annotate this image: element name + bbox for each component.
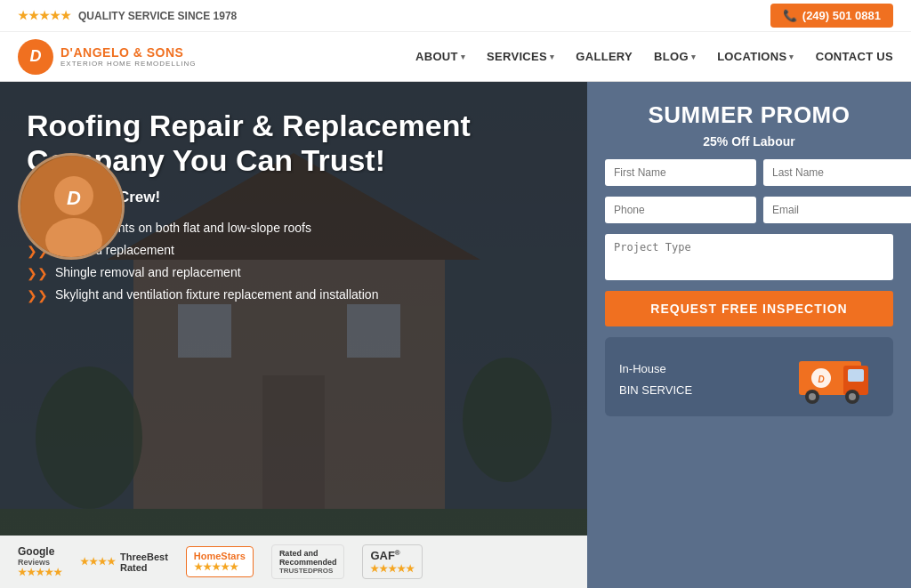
svg-rect-16	[848, 369, 864, 382]
svg-text:D: D	[818, 375, 824, 384]
homestars-label: HomeStars	[194, 551, 246, 561]
phone-number: (249) 501 0881	[802, 9, 881, 22]
nav-blog-label: BLOG	[654, 50, 689, 63]
phone-input[interactable]	[605, 197, 756, 223]
list-item-text: Shingle removal and replacement	[55, 265, 241, 279]
nav-contact[interactable]: CONTACT US	[816, 50, 893, 63]
nav-about-label: ABOUT	[415, 50, 458, 63]
nav-services[interactable]: SERVICES ▾	[487, 50, 554, 63]
hero-section: D Roofing Repair & Replacement Company Y…	[0, 82, 587, 588]
sidebar: SUMMER PROMO 25% Off Labour REQUEST FREE…	[587, 82, 911, 588]
chevron-down-icon: ▾	[550, 52, 554, 61]
nav-gallery-label: GALLERY	[576, 50, 633, 63]
bin-truck-illustration: D	[790, 348, 879, 406]
arrow-icon: ❯❯	[27, 288, 48, 302]
svg-point-20	[849, 393, 856, 400]
badge-threebest: ★★★★ ThreeBest Rated	[80, 552, 168, 573]
project-type-input[interactable]	[605, 234, 893, 280]
trustedpros-label: Rated and	[279, 549, 337, 558]
main-content: D Roofing Repair & Replacement Company Y…	[0, 82, 911, 588]
threebest-stars: ★★★★	[80, 556, 116, 568]
nav-contact-label: CONTACT US	[816, 50, 893, 63]
nav-locations[interactable]: LOCATIONS ▾	[717, 50, 794, 63]
top-bar-left: ★★★★★ QUALITY SERVICE SINCE 1978	[18, 9, 237, 22]
gaf-stars: ★★★★★	[370, 563, 415, 575]
contact-row	[605, 197, 893, 223]
submit-button[interactable]: REQUEST FREE INSPECTION	[605, 291, 893, 326]
bin-service-text: In-House BIN SERVICE	[619, 356, 692, 399]
phone-icon: 📞	[783, 9, 797, 22]
nav-services-label: SERVICES	[487, 50, 547, 63]
badge-homestars: HomeStars ★★★★★	[186, 546, 254, 577]
first-name-input[interactable]	[605, 159, 756, 186]
svg-text:D: D	[67, 187, 81, 209]
nav-gallery[interactable]: GALLERY	[576, 50, 633, 63]
chevron-down-icon: ▾	[691, 52, 696, 61]
quality-text: QUALITY SERVICE SINCE 1978	[78, 10, 237, 22]
email-input[interactable]	[763, 197, 911, 223]
svg-point-18	[809, 393, 816, 400]
nav-links: ABOUT ▾ SERVICES ▾ GALLERY BLOG ▾ LOCATI…	[415, 50, 893, 63]
google-label: Google	[18, 545, 62, 558]
chevron-down-icon: ▾	[461, 52, 465, 61]
arrow-icon: ❯❯	[27, 266, 48, 280]
bin-service-card: In-House BIN SERVICE D	[605, 337, 893, 416]
badges-row: Google Reviews ★★★★★ ★★★★ ThreeBest Rate…	[0, 536, 587, 588]
gaf-label: GAF®	[370, 549, 415, 562]
list-item: ❯❯ Shingle removal and replacement	[27, 265, 560, 280]
logo-text: D'ANGELO & SONS EXTERIOR HOME REMODELLIN…	[60, 45, 197, 68]
nav-locations-label: LOCATIONS	[717, 50, 786, 63]
chevron-down-icon: ▾	[789, 52, 794, 61]
logo-sub: EXTERIOR HOME REMODELLING	[60, 60, 197, 68]
badge-gaf: GAF® ★★★★★	[362, 544, 423, 578]
top-bar: ★★★★★ QUALITY SERVICE SINCE 1978 📞 (249)…	[0, 0, 911, 32]
phone-button[interactable]: 📞 (249) 501 0881	[770, 4, 893, 28]
promo-subtitle: 25% Off Labour	[605, 134, 893, 149]
nav-blog[interactable]: BLOG ▾	[654, 50, 696, 63]
promo-title: SUMMER PROMO	[605, 101, 893, 129]
badge-google: Google Reviews ★★★★★	[18, 545, 62, 578]
bin-service-label: BIN SERVICE	[619, 383, 692, 397]
top-stars: ★★★★★	[18, 9, 71, 22]
name-row	[605, 159, 893, 186]
list-item-text: Skylight and ventilation fixture replace…	[55, 287, 378, 302]
bin-inhouse-label: In-House	[619, 362, 666, 375]
homestars-stars: ★★★★★	[194, 561, 246, 573]
logo-circle: D	[18, 39, 53, 75]
last-name-input[interactable]	[763, 159, 911, 186]
logo-name: D'ANGELO & SONS	[60, 45, 197, 60]
badge-trustedpros: Rated and Recommended TRUSTEDPROS	[271, 544, 345, 579]
nav-about[interactable]: ABOUT ▾	[415, 50, 465, 63]
list-item: ❯❯ Skylight and ventilation fixture repl…	[27, 287, 560, 302]
navbar: D D'ANGELO & SONS EXTERIOR HOME REMODELL…	[0, 32, 911, 82]
worker-circle: D	[18, 153, 125, 260]
logo[interactable]: D D'ANGELO & SONS EXTERIOR HOME REMODELL…	[18, 39, 197, 75]
google-stars: ★★★★★	[18, 567, 62, 578]
